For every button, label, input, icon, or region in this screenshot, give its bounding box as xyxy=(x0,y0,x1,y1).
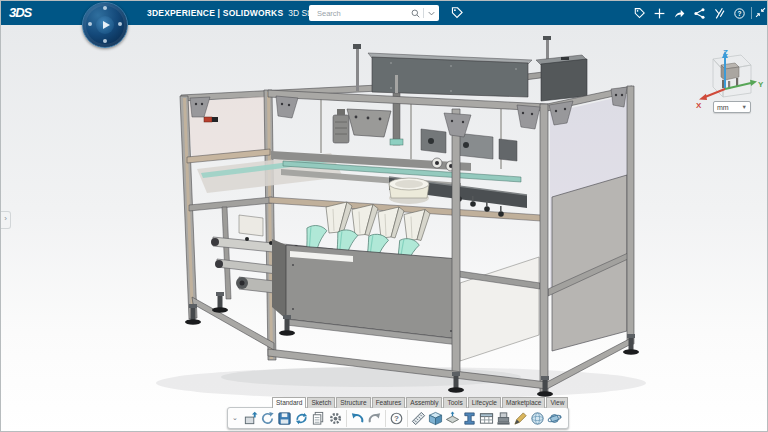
axis-z-label: Z xyxy=(723,48,728,57)
units-chevron-icon: ▼ xyxy=(742,104,747,110)
undo-icon xyxy=(350,411,365,426)
primitive-box-button[interactable] xyxy=(427,410,444,427)
viewport: Z Y X mm ▼ › StandardSketchStructureFeat… xyxy=(1,25,768,432)
app-window: 3DS 3DEXPERIENCE | SOLIDWORKS 3D Structu… xyxy=(0,0,768,432)
options-button[interactable] xyxy=(327,410,344,427)
axis-y-label: Y xyxy=(758,80,764,89)
measure-icon xyxy=(411,411,426,426)
swym-icon xyxy=(713,7,726,20)
tab-marketplace[interactable]: Marketplace xyxy=(502,397,545,408)
steel-profile-icon xyxy=(462,411,477,426)
brand-title: 3DEXPERIENCE | SOLIDWORKS xyxy=(147,8,283,18)
undo-button[interactable] xyxy=(349,410,366,427)
tab-view[interactable]: View xyxy=(546,397,568,408)
primitive-box-icon xyxy=(428,411,443,426)
steel-profile-button[interactable] xyxy=(461,410,478,427)
redo-button[interactable] xyxy=(366,410,383,427)
tag-button[interactable] xyxy=(632,6,647,21)
standard-toolbar: ⌄ xyxy=(227,407,569,429)
search-box xyxy=(309,5,439,21)
sphere-button[interactable] xyxy=(529,410,546,427)
surface-button[interactable] xyxy=(444,410,461,427)
sync-icon xyxy=(294,411,309,426)
properties-icon xyxy=(311,411,326,426)
compass-play-icon[interactable] xyxy=(96,16,114,34)
save-button[interactable] xyxy=(276,410,293,427)
panel-expander[interactable]: › xyxy=(1,211,11,229)
swym-button[interactable] xyxy=(712,6,727,21)
toolbar-group xyxy=(386,410,408,427)
search-options-chevron-icon[interactable] xyxy=(426,8,437,19)
cut-list-icon xyxy=(479,411,494,426)
stamp-button[interactable] xyxy=(495,410,512,427)
units-dropdown[interactable]: mm ▼ xyxy=(713,101,751,113)
search-input[interactable] xyxy=(315,8,410,19)
units-value: mm xyxy=(717,104,742,111)
cut-list-button[interactable] xyxy=(478,410,495,427)
bookmark-tag-icon[interactable] xyxy=(450,6,464,20)
measure-button[interactable] xyxy=(410,410,427,427)
3dexperience-compass[interactable] xyxy=(82,2,128,48)
search-separator xyxy=(423,8,424,18)
tab-lifecycle[interactable]: Lifecycle xyxy=(468,397,501,408)
new-part-button[interactable] xyxy=(242,410,259,427)
help-icon xyxy=(733,7,746,20)
tab-structure[interactable]: Structure xyxy=(336,397,370,408)
help-doc-icon xyxy=(389,411,404,426)
3ds-logo[interactable]: 3DS xyxy=(9,3,39,23)
engrave-icon xyxy=(513,411,528,426)
add-button[interactable] xyxy=(652,6,667,21)
redo-icon xyxy=(367,411,382,426)
compass-north-icon xyxy=(103,6,107,10)
reload-button[interactable] xyxy=(259,410,276,427)
share-nodes-button[interactable] xyxy=(692,6,707,21)
sphere-icon xyxy=(530,411,545,426)
tab-sketch[interactable]: Sketch xyxy=(307,397,335,408)
reload-icon xyxy=(260,411,275,426)
share-forward-button[interactable] xyxy=(672,6,687,21)
save-icon xyxy=(277,411,292,426)
orbit-button[interactable] xyxy=(546,410,563,427)
tab-tools[interactable]: Tools xyxy=(443,397,466,408)
sync-button[interactable] xyxy=(293,410,310,427)
stamp-icon xyxy=(496,411,511,426)
toolbar-group xyxy=(240,410,347,427)
top-bar: 3DS 3DEXPERIENCE | SOLIDWORKS 3D Structu… xyxy=(1,1,768,25)
tab-assembly[interactable]: Assembly xyxy=(406,397,442,408)
toolbar-group xyxy=(408,410,565,427)
bottom-tabs: StandardSketchStructureFeaturesAssemblyT… xyxy=(272,397,568,408)
search-icon[interactable] xyxy=(410,8,421,19)
topbar-separator xyxy=(751,7,752,19)
help-button[interactable] xyxy=(732,6,747,21)
compass-east-icon xyxy=(118,22,122,26)
compass-west-icon xyxy=(88,22,92,26)
topbar-actions xyxy=(632,1,747,25)
share-nodes-icon xyxy=(693,7,706,20)
collapse-window-icon[interactable] xyxy=(754,6,767,19)
engrave-button[interactable] xyxy=(512,410,529,427)
axis-x-label: X xyxy=(696,101,702,110)
tag-icon xyxy=(633,7,646,20)
chair-model-icon xyxy=(721,63,739,89)
add-icon xyxy=(653,7,666,20)
compass-south-icon xyxy=(103,39,107,43)
orbit-icon xyxy=(547,411,562,426)
help-doc-button[interactable] xyxy=(388,410,405,427)
toolbar-overflow-chevron-icon[interactable]: ⌄ xyxy=(231,414,239,422)
tab-standard[interactable]: Standard xyxy=(272,397,306,408)
3d-model-viewport[interactable] xyxy=(1,25,768,432)
new-part-icon xyxy=(243,411,258,426)
properties-button[interactable] xyxy=(310,410,327,427)
toolbar-group xyxy=(347,410,386,427)
options-icon xyxy=(328,411,343,426)
surface-icon xyxy=(445,411,460,426)
share-forward-icon xyxy=(673,7,686,20)
chevron-right-icon: › xyxy=(4,214,7,223)
tab-features[interactable]: Features xyxy=(372,397,406,408)
